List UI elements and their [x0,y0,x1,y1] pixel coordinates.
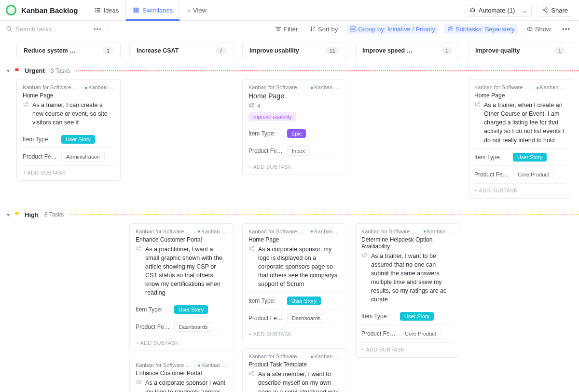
search-input-wrap[interactable] [6,26,88,33]
feature-chip[interactable]: Dashboards [174,322,212,332]
topbar: Kanban Backlog Ideas Swimlanes + View Au… [0,0,579,21]
svg-rect-26 [365,253,367,255]
tab-ideas[interactable]: Ideas [87,0,126,21]
search-icon [6,26,13,32]
svg-rect-16 [478,102,480,104]
chevron-down-icon: ⌄ [518,7,527,14]
svg-rect-27 [365,256,367,257]
search-input[interactable] [15,26,88,33]
swimlane-count: 8 Tasks [44,211,64,218]
share-button[interactable]: Share [537,4,573,17]
add-view-button[interactable]: + View [180,6,213,14]
subtask-icon [248,103,255,109]
svg-rect-23 [252,249,254,250]
subtask-count: 4 [248,103,340,109]
type-chip[interactable]: User Story [174,305,208,314]
collapse-toggle[interactable]: ▾ [7,68,10,73]
feature-chip[interactable]: Core Product [400,329,441,338]
feature-chip[interactable]: Core Product [513,170,554,179]
more-options[interactable]: ••• [559,24,573,34]
share-label: Share [551,7,568,14]
svg-rect-9 [450,27,452,28]
add-subtask-button[interactable]: + ADD SUBTASK [361,342,453,357]
task-card[interactable]: Kanban for Software Devel…›●Kanban Ba… D… [355,223,459,358]
breadcrumb: Kanban for Software Devel…›●Kanban Ba… [474,84,566,90]
type-chip[interactable]: Epic [287,129,306,138]
view-tabs: Ideas Swimlanes + View [87,0,213,21]
column-header[interactable]: Improve usability11 [242,42,346,59]
field-product-feature: Product Fe…Inbox [248,142,340,160]
subtasks-button[interactable]: Subtasks: Separately [444,24,518,34]
task-card[interactable]: Kanban for Software Devel…›●Kanban Ba… H… [242,223,346,343]
swimlane-divider [69,214,579,215]
add-subtask-button[interactable]: + ADD SUBTASK [248,327,340,342]
column-header[interactable]: Reduce system …1 [16,42,121,59]
column-header[interactable]: Improve speed …1 [355,42,459,59]
task-body: As a site member, I want to de­scribe my… [248,370,340,392]
task-card[interactable]: Kanban for Software Devel…›●Kanban Ba… H… [242,79,346,175]
subtask-icon [23,102,29,108]
tab-swimlanes[interactable]: Swimlanes [126,0,180,21]
subtask-icon [361,253,368,259]
field-item-type: Item Type:Epic [248,125,340,142]
task-card[interactable]: Kanban for Software Devel…›●Kanban Ba… H… [16,79,121,181]
task-card[interactable]: Kanban for Software Devel…›●Kanban Ba… H… [468,79,572,199]
flag-icon [14,68,21,74]
add-subtask-button[interactable]: + ADD SUBTASK [23,165,114,180]
add-subtask-button[interactable]: + ADD SUBTASK [136,336,227,351]
plus-icon: + [187,6,191,14]
feature-chip[interactable]: Administration [61,152,105,162]
add-subtask-button[interactable]: + ADD SUBTASK [474,183,566,198]
column-header[interactable]: Improve quality1 [468,42,572,59]
show-button[interactable]: Show [524,24,554,34]
swimlane-header[interactable]: ▾ Urgent 3 Tasks [7,67,579,74]
share-icon [542,7,549,14]
task-project: Home Page [248,236,340,243]
add-subtask-button[interactable]: + ADD SUBTASK [248,160,340,175]
divider [109,25,109,33]
svg-rect-10 [450,29,452,30]
automate-button[interactable]: Automate (1) ⌄ [465,4,532,17]
task-project: Enhance Customer Portal [136,370,227,377]
svg-rect-21 [139,383,141,384]
column-header[interactable]: Increase CSAT7 [129,42,234,59]
svg-rect-20 [139,380,141,382]
swimlane-title: Urgent [25,67,45,74]
workspace-logo[interactable] [6,5,16,15]
subtask-icon [474,102,481,108]
type-chip[interactable]: User Story [513,153,547,162]
task-project: Enhance Customer Portal [136,236,227,243]
filter-button[interactable]: Filter [272,24,301,34]
sort-button[interactable]: Sort by [306,24,341,34]
breadcrumb: Kanban for Software Devel…›●Kanban Ba… [361,229,453,234]
feature-chip[interactable]: Inbox [287,146,310,156]
svg-rect-0 [470,9,474,12]
add-view-label: View [193,7,207,14]
svg-rect-13 [26,105,28,107]
type-chip[interactable]: User Story [400,312,434,321]
breadcrumb: Kanban for Software Devel…›●Kanban Ba… [248,84,340,90]
type-chip[interactable]: User Story [61,135,95,144]
breadcrumb: Kanban for Software Devel…›●Kanban Ba… [23,84,114,90]
svg-rect-12 [26,102,28,104]
type-chip[interactable]: User Story [287,297,321,305]
swimlane-title: High [25,211,39,218]
group-by-button[interactable]: Group by: Initiative / Priority [346,24,438,34]
task-project: Home Page [474,92,566,99]
task-card[interactable]: Kanban for Software Devel…›●Kanban Ba… E… [129,357,234,392]
feature-chip[interactable]: Dashboards [287,313,325,323]
swimlane-header[interactable]: ▾ High 8 Tasks [7,211,579,218]
list-icon [94,7,101,14]
task-card[interactable]: Kanban for Software Devel…›●Kanban Ba… P… [242,348,346,392]
task-card[interactable]: Kanban for Software Devel…›●Kanban Ba… E… [129,223,234,351]
more-search-options[interactable]: ••• [94,26,102,33]
subtasks-icon [447,26,454,32]
swimlane-urgent: ▾ Urgent 3 Tasks Kanban for Software Dev… [16,67,579,199]
task-project: Home Page [23,92,114,99]
task-body: As a trainer, I can create a new course … [23,101,114,127]
collapse-toggle[interactable]: ▾ [7,212,10,217]
tag-chip[interactable]: improve usability [248,112,296,121]
subtask-icon [248,246,255,253]
subtask-icon [136,246,142,253]
task-body: As a corporate sponsor I want my logo to… [136,378,227,392]
